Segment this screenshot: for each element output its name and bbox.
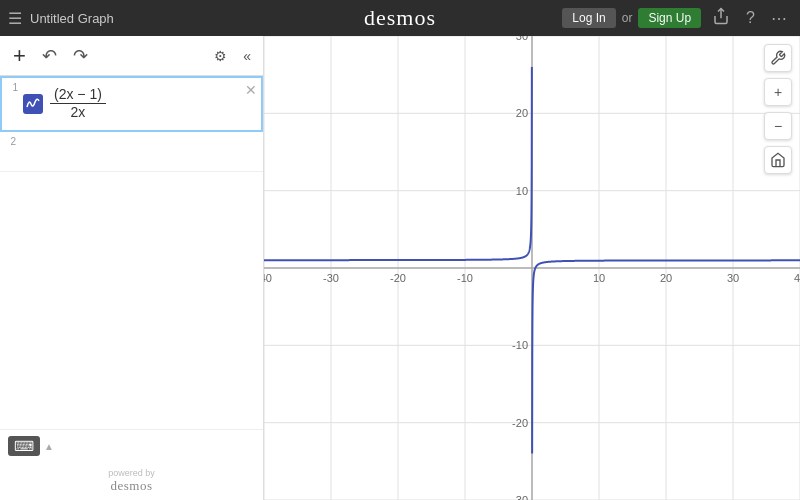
powered-by-area: powered by desmos <box>0 462 263 500</box>
expr-icon-1 <box>20 78 46 130</box>
expr-number-2: 2 <box>0 132 18 147</box>
home-button[interactable] <box>764 146 792 174</box>
undo-button[interactable]: ↶ <box>37 43 62 69</box>
powered-logo: desmos <box>6 478 257 494</box>
keyboard-area: ⌨ ▲ <box>0 429 263 462</box>
zoom-out-button[interactable]: − <box>764 112 792 140</box>
fraction-expression: (2x − 1) 2x <box>50 86 106 121</box>
powered-by-label: powered by <box>6 468 257 478</box>
graph-area[interactable]: + − <box>264 36 800 500</box>
help-button[interactable]: ? <box>741 7 760 29</box>
collapse-button[interactable]: « <box>239 46 255 66</box>
expression-list: 1 (2x − 1) 2x ✕ 2 <box>0 76 263 253</box>
share-button[interactable] <box>707 5 735 31</box>
keyboard-button[interactable]: ⌨ <box>8 436 40 456</box>
graph-title: Untitled Graph <box>30 11 562 26</box>
expr-content-1: (2x − 1) 2x <box>46 78 261 129</box>
login-button[interactable]: Log In <box>562 8 615 28</box>
expr-content-2 <box>18 132 263 148</box>
redo-button[interactable]: ↷ <box>68 43 93 69</box>
expr-number-1: 1 <box>2 78 20 93</box>
or-label: or <box>622 11 633 25</box>
graph-canvas <box>264 36 800 500</box>
sidebar: + ↶ ↷ ⚙ « 1 (2x − 1) <box>0 36 264 500</box>
keyboard-label: ▲ <box>44 441 54 452</box>
sidebar-toolbar: + ↶ ↷ ⚙ « <box>0 36 263 76</box>
wrench-button[interactable] <box>764 44 792 72</box>
header-right: Log In or Sign Up ? ⋯ <box>562 5 792 31</box>
wave-icon <box>23 94 43 114</box>
settings-button[interactable]: ⚙ <box>208 46 233 66</box>
denominator: 2x <box>67 104 90 121</box>
desmos-logo: desmos <box>364 5 436 31</box>
add-expression-button[interactable]: + <box>8 41 31 71</box>
zoom-in-button[interactable]: + <box>764 78 792 106</box>
expression-item-2[interactable]: 2 <box>0 132 263 172</box>
graph-controls: + − <box>764 44 792 174</box>
numerator: (2x − 1) <box>50 86 106 104</box>
signup-button[interactable]: Sign Up <box>638 8 701 28</box>
menu-icon[interactable]: ☰ <box>8 9 22 28</box>
expression-item-1[interactable]: 1 (2x − 1) 2x ✕ <box>0 76 263 132</box>
expression-close-button-1[interactable]: ✕ <box>245 82 257 98</box>
header: ☰ Untitled Graph desmos Log In or Sign U… <box>0 0 800 36</box>
more-options-button[interactable]: ⋯ <box>766 7 792 30</box>
main-area: + ↶ ↷ ⚙ « 1 (2x − 1) <box>0 36 800 500</box>
